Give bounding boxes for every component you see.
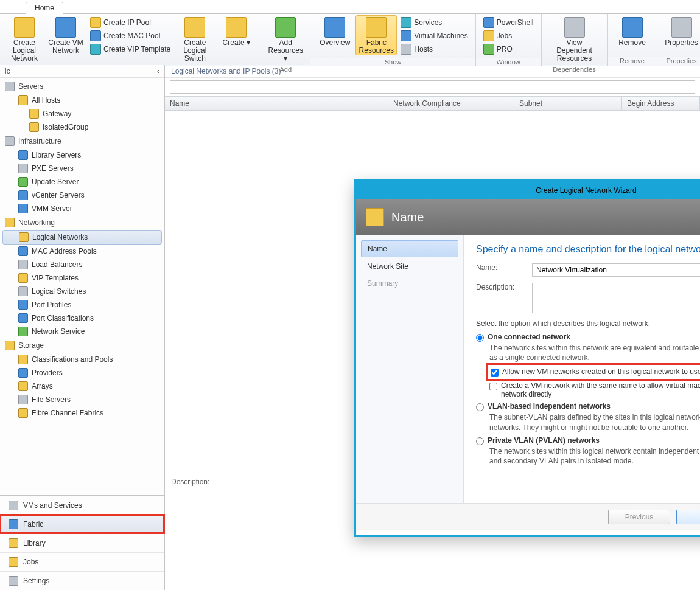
create-dropdown-button[interactable]: Create ▾: [215, 15, 257, 47]
nav-update-server[interactable]: Update Server: [0, 175, 164, 189]
nav-tree[interactable]: Servers All Hosts Gateway IsolatedGroup …: [0, 78, 164, 495]
create-vip-template-button[interactable]: Create VIP Template: [89, 43, 172, 55]
create-vm-network-same-name-row[interactable]: Create a VM network with the same name t…: [489, 381, 700, 398]
tab-home[interactable]: Home: [26, 2, 63, 14]
ribbon-group-window: PowerShell Jobs PRO Window: [476, 14, 542, 66]
nav-providers[interactable]: Providers: [0, 366, 164, 380]
create-vm-network-button[interactable]: Create VM Network: [45, 15, 86, 55]
port-classifications-icon: [18, 313, 28, 323]
name-input[interactable]: [532, 263, 700, 277]
col-name[interactable]: Name: [165, 97, 388, 110]
nav-library-servers[interactable]: Library Servers: [0, 148, 164, 162]
create-mac-pool-button[interactable]: Create MAC Pool: [89, 30, 172, 42]
nav-port-classifications[interactable]: Port Classifications: [0, 311, 164, 325]
properties-icon: [671, 17, 692, 38]
ribbon-group-properties: Properties Properties: [657, 14, 701, 66]
content-pane: Logical Networks and IP Pools (3) Name N…: [165, 65, 700, 590]
collapse-nav-icon[interactable]: ‹: [157, 67, 159, 75]
checkbox-allow-network-virtualization[interactable]: [491, 369, 499, 377]
nav-logical-networks[interactable]: Logical Networks: [2, 230, 162, 245]
nav-network-service[interactable]: Network Service: [0, 325, 164, 338]
nav-logical-switches[interactable]: Logical Switches: [0, 285, 164, 298]
storage-icon: [5, 341, 15, 350]
col-compliance[interactable]: Network Compliance: [388, 97, 514, 110]
nav-all-hosts[interactable]: All Hosts: [0, 94, 164, 107]
vip-templates-icon: [18, 273, 28, 283]
search-input[interactable]: [170, 80, 695, 94]
create-ip-pool-button[interactable]: Create IP Pool: [89, 16, 172, 29]
hosts-button[interactable]: Hosts: [399, 43, 469, 55]
mac-pools-icon: [18, 246, 28, 256]
nav-file-servers[interactable]: File Servers: [0, 393, 164, 406]
nav-vmm-server[interactable]: VMM Server: [0, 202, 164, 215]
nav-infrastructure[interactable]: Infrastructure: [0, 134, 164, 148]
services-button[interactable]: Services: [399, 16, 469, 29]
overview-icon: [324, 17, 345, 38]
option-one-connected-desc: The network sites within this network ar…: [489, 343, 700, 363]
step-name[interactable]: Name: [361, 240, 458, 257]
nav-mac-address-pools[interactable]: MAC Address Pools: [0, 245, 164, 258]
wizard-footer: Previous Next Cancel: [356, 503, 700, 530]
wunderbar-library[interactable]: Library: [0, 533, 164, 552]
services-icon: [401, 17, 411, 28]
overview-button[interactable]: Overview: [314, 15, 355, 47]
nav-storage[interactable]: Storage: [0, 338, 164, 353]
wunderbar-fabric[interactable]: Fabric: [0, 515, 164, 533]
nav-isolatedgroup[interactable]: IsolatedGroup: [0, 120, 164, 134]
col-subnet[interactable]: Subnet: [514, 97, 622, 110]
nav-load-balancers[interactable]: Load Balancers: [0, 258, 164, 271]
wunderbar-vms[interactable]: VMs and Services: [0, 496, 164, 515]
fabric-resources-button[interactable]: Fabric Resources: [355, 15, 397, 55]
previous-button[interactable]: Previous: [608, 510, 670, 524]
vms-icon: [9, 501, 18, 510]
vip-template-icon: [90, 44, 101, 55]
nav-gateway[interactable]: Gateway: [0, 107, 164, 120]
create-logical-switch-button[interactable]: Create Logical Switch: [174, 15, 215, 64]
option-pvlan[interactable]: Private VLAN (PVLAN) networks: [476, 436, 700, 445]
nav-vcenter-servers[interactable]: vCenter Servers: [0, 189, 164, 202]
port-profiles-icon: [18, 300, 28, 310]
create-logical-network-button[interactable]: Create Logical Network: [4, 15, 45, 64]
checkbox-create-vm-network-same-name[interactable]: [489, 383, 497, 390]
powershell-button[interactable]: PowerShell: [482, 16, 535, 29]
nav-vip-templates[interactable]: VIP Templates: [0, 271, 164, 285]
file-servers-icon: [18, 395, 28, 404]
load-balancers-icon: [18, 260, 28, 269]
step-network-site[interactable]: Network Site: [361, 259, 458, 274]
view-dependent-resources-button[interactable]: View Dependent Resources: [545, 15, 604, 64]
virtual-machines-button[interactable]: Virtual Machines: [399, 30, 469, 42]
radio-vlan-based[interactable]: [476, 403, 484, 411]
ribbon-group-create: Create Logical Network Create VM Network…: [0, 14, 261, 66]
description-field-label: Description:: [476, 283, 525, 291]
wunderbar-jobs[interactable]: Jobs: [0, 552, 164, 571]
folder-icon: [18, 95, 28, 105]
nav-classifications-pools[interactable]: Classifications and Pools: [0, 353, 164, 366]
nav-networking[interactable]: Networking: [0, 215, 164, 230]
nav-pxe-servers[interactable]: PXE Servers: [0, 162, 164, 175]
col-begin-address[interactable]: Begin Address: [622, 97, 700, 110]
description-textarea[interactable]: [532, 283, 700, 313]
option-one-connected[interactable]: One connected network: [476, 333, 700, 342]
remove-button[interactable]: Remove: [612, 15, 653, 47]
vcenter-icon: [18, 190, 28, 200]
step-summary[interactable]: Summary: [361, 276, 458, 291]
nav-arrays[interactable]: Arrays: [0, 380, 164, 393]
radio-one-connected[interactable]: [476, 334, 484, 342]
nav-fibre-channel[interactable]: Fibre Channel Fabrics: [0, 406, 164, 420]
properties-button[interactable]: Properties: [661, 15, 701, 47]
classifications-icon: [18, 355, 28, 364]
wizard-steps: Name Network Site Summary: [356, 235, 464, 503]
radio-pvlan[interactable]: [476, 437, 484, 445]
wizard-titlebar[interactable]: Create Logical Network Wizard ✕: [356, 182, 700, 199]
logical-switch-icon: [184, 17, 205, 38]
next-button[interactable]: Next: [676, 510, 700, 524]
jobs-button[interactable]: Jobs: [482, 30, 535, 42]
option-vlan-based[interactable]: VLAN-based independent networks: [476, 402, 700, 411]
nav-port-profiles[interactable]: Port Profiles: [0, 298, 164, 311]
allow-network-virtualization-row[interactable]: Allow new VM networks created on this lo…: [489, 366, 700, 378]
pro-button[interactable]: PRO: [482, 43, 535, 55]
nav-servers[interactable]: Servers: [0, 79, 164, 94]
add-resources-button[interactable]: Add Resources ▾: [265, 15, 306, 64]
wunderbar-settings[interactable]: Settings: [0, 571, 164, 590]
ip-pool-icon: [90, 17, 101, 28]
